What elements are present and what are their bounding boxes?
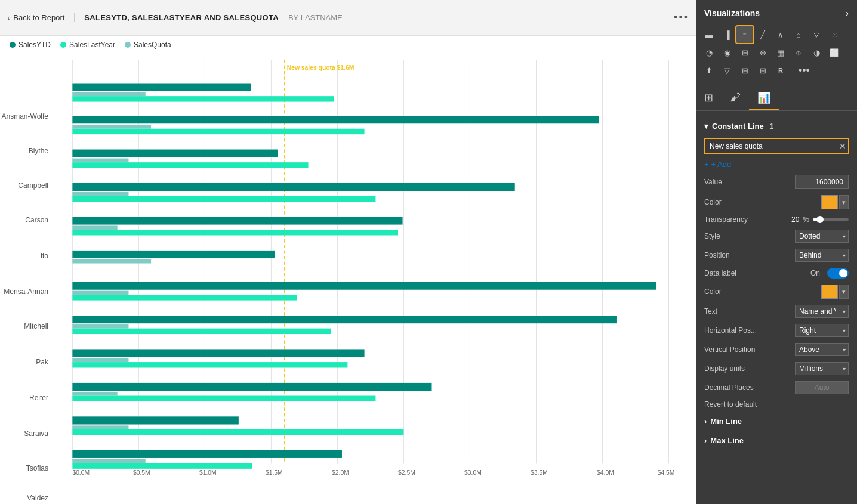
svg-rect-18 xyxy=(72,150,278,157)
viz-icon-slicer[interactable]: ▽ xyxy=(719,62,735,79)
svg-rect-41 xyxy=(72,416,238,424)
svg-rect-26 xyxy=(72,230,398,235)
max-line-section-header[interactable]: › Max Line xyxy=(696,431,857,450)
back-label: Back to Report xyxy=(13,13,64,22)
value-row: Value xyxy=(696,172,857,192)
tab-analytics[interactable]: 📊 xyxy=(749,86,779,110)
text-select[interactable]: Name and Va... Name Value None xyxy=(795,305,849,318)
viz-icon-area-chart[interactable]: ∧ xyxy=(772,26,789,43)
svg-rect-27 xyxy=(72,251,275,258)
viz-icon-line-chart[interactable]: ╱ xyxy=(754,26,771,43)
svg-text:$2.0M: $2.0M xyxy=(332,469,349,476)
menu-dots-icon[interactable]: ••• xyxy=(674,11,689,24)
svg-rect-25 xyxy=(72,225,117,230)
constant-line-name-row: ✕ xyxy=(696,135,857,157)
revert-button[interactable]: Revert to default xyxy=(696,397,857,412)
viz-icon-treemap[interactable]: ⊟ xyxy=(736,44,753,61)
legend-label-salesquota: SalesQuota xyxy=(134,41,171,49)
color-label: Color xyxy=(704,198,816,206)
legend-label-salesytd: SalesYTD xyxy=(19,41,51,49)
data-color-dropdown-arrow[interactable]: ▾ xyxy=(839,285,849,299)
svg-rect-32 xyxy=(72,316,617,323)
color-swatch[interactable] xyxy=(821,195,838,209)
viz-panel-header: Visualizations › xyxy=(696,0,857,24)
svg-rect-28 xyxy=(72,259,151,264)
viz-icon-scatter[interactable]: ⁙ xyxy=(826,26,843,43)
svg-rect-43 xyxy=(72,429,403,435)
display-units-select[interactable]: Millions Thousands Billions Trillions Au… xyxy=(795,362,849,375)
viz-icon-bar-chart[interactable]: ▐ xyxy=(719,26,735,43)
constant-line-name-input[interactable] xyxy=(704,138,849,154)
transparency-row: Transparency 20 % xyxy=(696,212,857,227)
svg-text:$3.0M: $3.0M xyxy=(464,469,482,476)
viz-icon-donut[interactable]: ◉ xyxy=(719,44,735,61)
max-line-chevron: › xyxy=(704,436,707,445)
add-constant-line-button[interactable]: + + Add xyxy=(696,157,857,172)
viz-icon-pie[interactable]: ◔ xyxy=(701,44,717,61)
svg-rect-13 xyxy=(72,92,145,97)
viz-icon-matrix[interactable]: ⊟ xyxy=(754,62,771,79)
display-units-select-wrapper: Millions Thousands Billions Trillions Au… xyxy=(795,362,849,375)
svg-rect-19 xyxy=(72,159,128,163)
position-select-wrapper: Behind In front xyxy=(795,249,849,262)
svg-text:$4.5M: $4.5M xyxy=(658,469,675,476)
constant-line-section-header[interactable]: ▾ Constant Line 1 xyxy=(696,117,857,135)
back-button[interactable]: ‹ Back to Report xyxy=(7,13,75,22)
svg-rect-46 xyxy=(72,463,252,468)
svg-text:$1.5M: $1.5M xyxy=(266,469,283,476)
constant-line-clear-button[interactable]: ✕ xyxy=(839,141,846,151)
vert-pos-select[interactable]: Above Below Center xyxy=(795,343,849,356)
svg-rect-36 xyxy=(72,358,128,363)
transparency-slider[interactable] xyxy=(813,218,849,221)
horiz-pos-select-wrapper: Right Left Center xyxy=(795,324,849,337)
viz-panel-expand-icon[interactable]: › xyxy=(846,8,849,18)
svg-text:$1.0M: $1.0M xyxy=(199,469,217,476)
decimal-places-label: Decimal Places xyxy=(704,384,790,392)
color-dropdown-arrow[interactable]: ▾ xyxy=(839,195,849,209)
svg-text:$3.5M: $3.5M xyxy=(531,469,548,476)
svg-rect-40 xyxy=(72,396,375,401)
viz-icon-filled-map[interactable]: ▦ xyxy=(772,44,789,61)
svg-text:$4.0M: $4.0M xyxy=(597,469,614,476)
vert-pos-label: Vertical Position xyxy=(704,345,790,354)
viz-icon-waterfall[interactable]: ⩒ xyxy=(808,26,825,43)
style-select[interactable]: Dotted Dashed Solid xyxy=(795,230,849,243)
vert-pos-row: Vertical Position Above Below Center xyxy=(696,340,857,359)
position-row: Position Behind In front xyxy=(696,246,857,265)
viz-icon-gauge[interactable]: ◑ xyxy=(808,44,825,61)
viz-icon-table[interactable]: ⊞ xyxy=(736,62,753,79)
position-select[interactable]: Behind In front xyxy=(795,249,849,262)
viz-icon-map[interactable]: ⊕ xyxy=(754,44,771,61)
svg-rect-14 xyxy=(72,96,334,101)
value-label: Value xyxy=(704,178,790,186)
svg-rect-31 xyxy=(72,295,297,300)
text-label: Text xyxy=(704,307,790,316)
viz-icon-ribbon[interactable]: ⌂ xyxy=(790,26,807,43)
value-input[interactable] xyxy=(795,175,849,189)
viz-more-dots[interactable]: ••• xyxy=(790,62,818,79)
viz-icon-card[interactable]: ⬜ xyxy=(826,44,843,61)
svg-rect-39 xyxy=(72,392,117,396)
horiz-pos-select[interactable]: Right Left Center xyxy=(795,324,849,337)
chart-title: SALESYTD, SALESLASTYEAR AND SALESQUOTA xyxy=(84,13,279,22)
viz-icon-stacked-bar[interactable]: ▬ xyxy=(701,26,717,43)
legend-dot-salesytd xyxy=(10,42,16,48)
viz-icon-kpi[interactable]: ⬆ xyxy=(701,62,717,79)
svg-rect-15 xyxy=(72,116,599,123)
min-line-section-header[interactable]: › Min Line xyxy=(696,412,857,431)
svg-rect-24 xyxy=(72,217,402,224)
chart-area: New sales quota $1.6M xyxy=(0,54,696,504)
data-color-control: ▾ xyxy=(821,285,849,299)
tab-fields[interactable]: ⊞ xyxy=(696,86,722,110)
viz-icon-clustered-bar[interactable]: ≡ xyxy=(736,26,753,43)
decimal-places-input[interactable] xyxy=(795,381,849,394)
data-color-swatch[interactable] xyxy=(821,285,838,299)
constant-line-count: 1 xyxy=(770,122,774,131)
tab-format[interactable]: 🖌 xyxy=(722,86,749,110)
viz-icon-funnel[interactable]: ⌽ xyxy=(790,44,807,61)
decimal-places-row: Decimal Places xyxy=(696,378,857,397)
data-label-toggle[interactable] xyxy=(827,268,849,279)
svg-rect-34 xyxy=(72,329,331,334)
viz-icon-r-visual[interactable]: R xyxy=(772,62,789,79)
text-row: Text Name and Va... Name Value None xyxy=(696,302,857,321)
